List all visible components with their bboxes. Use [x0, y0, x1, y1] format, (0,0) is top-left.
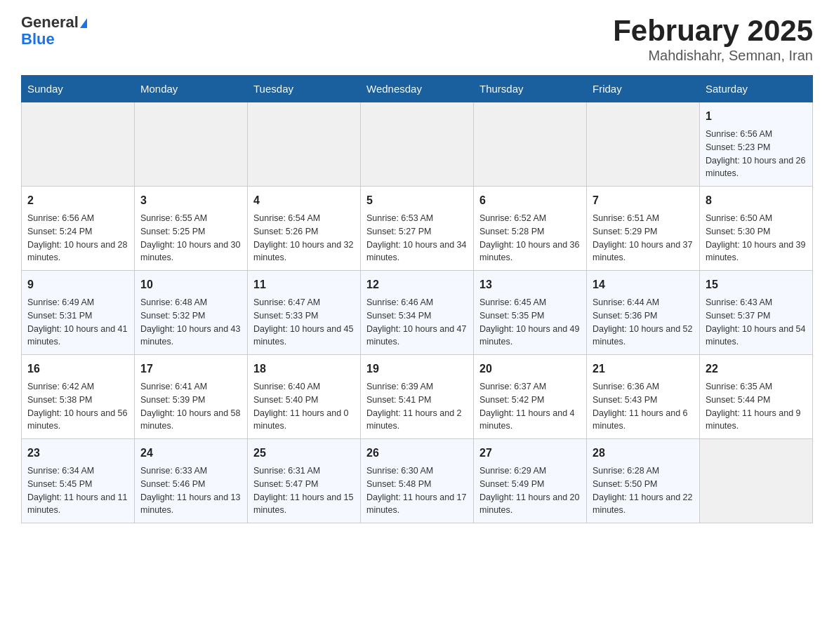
weekday-header: Wednesday: [361, 76, 474, 102]
calendar-cell: 18Sunrise: 6:40 AMSunset: 5:40 PMDayligh…: [248, 355, 361, 439]
day-number: 10: [140, 276, 241, 293]
calendar-cell: 20Sunrise: 6:37 AMSunset: 5:42 PMDayligh…: [474, 355, 587, 439]
day-number: 13: [479, 276, 581, 293]
calendar-cell: 27Sunrise: 6:29 AMSunset: 5:49 PMDayligh…: [474, 439, 587, 523]
calendar-week-row: 2Sunrise: 6:56 AMSunset: 5:24 PMDaylight…: [22, 187, 813, 271]
calendar-cell: 3Sunrise: 6:55 AMSunset: 5:25 PMDaylight…: [135, 187, 248, 271]
day-info: Sunrise: 6:45 AMSunset: 5:35 PMDaylight:…: [479, 296, 581, 349]
calendar-cell: 14Sunrise: 6:44 AMSunset: 5:36 PMDayligh…: [587, 271, 700, 355]
day-number: 24: [140, 445, 241, 462]
logo-triangle-icon: [80, 18, 87, 28]
day-number: 21: [593, 361, 694, 377]
calendar-cell: [587, 102, 700, 187]
day-info: Sunrise: 6:41 AMSunset: 5:39 PMDaylight:…: [140, 380, 241, 433]
weekday-header: Monday: [135, 76, 248, 102]
day-info: Sunrise: 6:40 AMSunset: 5:40 PMDaylight:…: [253, 380, 355, 433]
calendar-cell: 8Sunrise: 6:50 AMSunset: 5:30 PMDaylight…: [700, 187, 813, 271]
day-number: 11: [253, 276, 355, 293]
calendar-cell: 24Sunrise: 6:33 AMSunset: 5:46 PMDayligh…: [135, 439, 248, 523]
day-info: Sunrise: 6:56 AMSunset: 5:23 PMDaylight:…: [706, 128, 807, 180]
day-info: Sunrise: 6:42 AMSunset: 5:38 PMDaylight:…: [27, 380, 128, 433]
weekday-header: Thursday: [474, 76, 587, 102]
calendar-week-row: 9Sunrise: 6:49 AMSunset: 5:31 PMDaylight…: [22, 271, 813, 355]
day-info: Sunrise: 6:48 AMSunset: 5:32 PMDaylight:…: [140, 296, 241, 349]
calendar-week-row: 23Sunrise: 6:34 AMSunset: 5:45 PMDayligh…: [22, 439, 813, 523]
calendar-cell: 26Sunrise: 6:30 AMSunset: 5:48 PMDayligh…: [361, 439, 474, 523]
weekday-header: Tuesday: [248, 76, 361, 102]
day-number: 7: [593, 192, 694, 209]
day-info: Sunrise: 6:33 AMSunset: 5:46 PMDaylight:…: [140, 464, 241, 517]
calendar-cell: [474, 102, 587, 187]
logo: General Blue: [21, 14, 87, 48]
day-info: Sunrise: 6:52 AMSunset: 5:28 PMDaylight:…: [479, 212, 581, 264]
day-number: 5: [366, 192, 468, 209]
day-info: Sunrise: 6:56 AMSunset: 5:24 PMDaylight:…: [27, 212, 128, 264]
day-number: 18: [253, 361, 355, 377]
day-info: Sunrise: 6:46 AMSunset: 5:34 PMDaylight:…: [366, 296, 468, 349]
weekday-header: Friday: [587, 76, 700, 102]
day-number: 23: [27, 445, 128, 462]
day-info: Sunrise: 6:29 AMSunset: 5:49 PMDaylight:…: [479, 464, 581, 517]
day-info: Sunrise: 6:51 AMSunset: 5:29 PMDaylight:…: [593, 212, 694, 264]
day-number: 17: [140, 361, 241, 377]
day-number: 9: [27, 276, 128, 293]
calendar-cell: 11Sunrise: 6:47 AMSunset: 5:33 PMDayligh…: [248, 271, 361, 355]
day-number: 28: [593, 445, 694, 462]
day-number: 20: [479, 361, 581, 377]
day-info: Sunrise: 6:36 AMSunset: 5:43 PMDaylight:…: [593, 380, 694, 433]
day-number: 16: [27, 361, 128, 377]
day-number: 15: [706, 276, 807, 293]
logo-general-text: General: [21, 13, 79, 31]
day-number: 1: [706, 108, 807, 125]
day-info: Sunrise: 6:35 AMSunset: 5:44 PMDaylight:…: [706, 380, 807, 433]
calendar-cell: 22Sunrise: 6:35 AMSunset: 5:44 PMDayligh…: [700, 355, 813, 439]
weekday-row: SundayMondayTuesdayWednesdayThursdayFrid…: [22, 76, 813, 102]
weekday-header: Sunday: [22, 76, 135, 102]
day-info: Sunrise: 6:55 AMSunset: 5:25 PMDaylight:…: [140, 212, 241, 264]
calendar-cell: [135, 102, 248, 187]
page-header: General Blue February 2025 Mahdishahr, S…: [21, 14, 813, 64]
day-info: Sunrise: 6:31 AMSunset: 5:47 PMDaylight:…: [253, 464, 355, 517]
day-info: Sunrise: 6:43 AMSunset: 5:37 PMDaylight:…: [706, 296, 807, 349]
calendar-header: SundayMondayTuesdayWednesdayThursdayFrid…: [22, 76, 813, 102]
day-number: 27: [479, 445, 581, 462]
calendar-cell: 1Sunrise: 6:56 AMSunset: 5:23 PMDaylight…: [700, 102, 813, 187]
day-number: 26: [366, 445, 468, 462]
calendar-cell: 9Sunrise: 6:49 AMSunset: 5:31 PMDaylight…: [22, 271, 135, 355]
calendar-cell: 16Sunrise: 6:42 AMSunset: 5:38 PMDayligh…: [22, 355, 135, 439]
day-info: Sunrise: 6:34 AMSunset: 5:45 PMDaylight:…: [27, 464, 128, 517]
calendar-body: 1Sunrise: 6:56 AMSunset: 5:23 PMDaylight…: [22, 102, 813, 523]
day-info: Sunrise: 6:50 AMSunset: 5:30 PMDaylight:…: [706, 212, 807, 264]
calendar-cell: 15Sunrise: 6:43 AMSunset: 5:37 PMDayligh…: [700, 271, 813, 355]
calendar-cell: 17Sunrise: 6:41 AMSunset: 5:39 PMDayligh…: [135, 355, 248, 439]
calendar-cell: 13Sunrise: 6:45 AMSunset: 5:35 PMDayligh…: [474, 271, 587, 355]
day-number: 19: [366, 361, 468, 377]
day-number: 6: [479, 192, 581, 209]
calendar-cell: [700, 439, 813, 523]
day-info: Sunrise: 6:47 AMSunset: 5:33 PMDaylight:…: [253, 296, 355, 349]
calendar-cell: 23Sunrise: 6:34 AMSunset: 5:45 PMDayligh…: [22, 439, 135, 523]
day-info: Sunrise: 6:28 AMSunset: 5:50 PMDaylight:…: [593, 464, 694, 517]
calendar-cell: 7Sunrise: 6:51 AMSunset: 5:29 PMDaylight…: [587, 187, 700, 271]
calendar-cell: 19Sunrise: 6:39 AMSunset: 5:41 PMDayligh…: [361, 355, 474, 439]
day-number: 4: [253, 192, 355, 209]
calendar-cell: 4Sunrise: 6:54 AMSunset: 5:26 PMDaylight…: [248, 187, 361, 271]
day-number: 14: [593, 276, 694, 293]
calendar-cell: 28Sunrise: 6:28 AMSunset: 5:50 PMDayligh…: [587, 439, 700, 523]
calendar-subtitle: Mahdishahr, Semnan, Iran: [613, 48, 813, 64]
day-number: 2: [27, 192, 128, 209]
calendar-cell: [248, 102, 361, 187]
calendar-table: SundayMondayTuesdayWednesdayThursdayFrid…: [21, 75, 813, 523]
day-info: Sunrise: 6:44 AMSunset: 5:36 PMDaylight:…: [593, 296, 694, 349]
day-number: 25: [253, 445, 355, 462]
calendar-cell: [361, 102, 474, 187]
day-number: 12: [366, 276, 468, 293]
calendar-cell: 10Sunrise: 6:48 AMSunset: 5:32 PMDayligh…: [135, 271, 248, 355]
title-block: February 2025 Mahdishahr, Semnan, Iran: [613, 14, 813, 64]
day-info: Sunrise: 6:49 AMSunset: 5:31 PMDaylight:…: [27, 296, 128, 349]
calendar-cell: 6Sunrise: 6:52 AMSunset: 5:28 PMDaylight…: [474, 187, 587, 271]
calendar-cell: 25Sunrise: 6:31 AMSunset: 5:47 PMDayligh…: [248, 439, 361, 523]
weekday-header: Saturday: [700, 76, 813, 102]
calendar-cell: 5Sunrise: 6:53 AMSunset: 5:27 PMDaylight…: [361, 187, 474, 271]
day-number: 8: [706, 192, 807, 209]
